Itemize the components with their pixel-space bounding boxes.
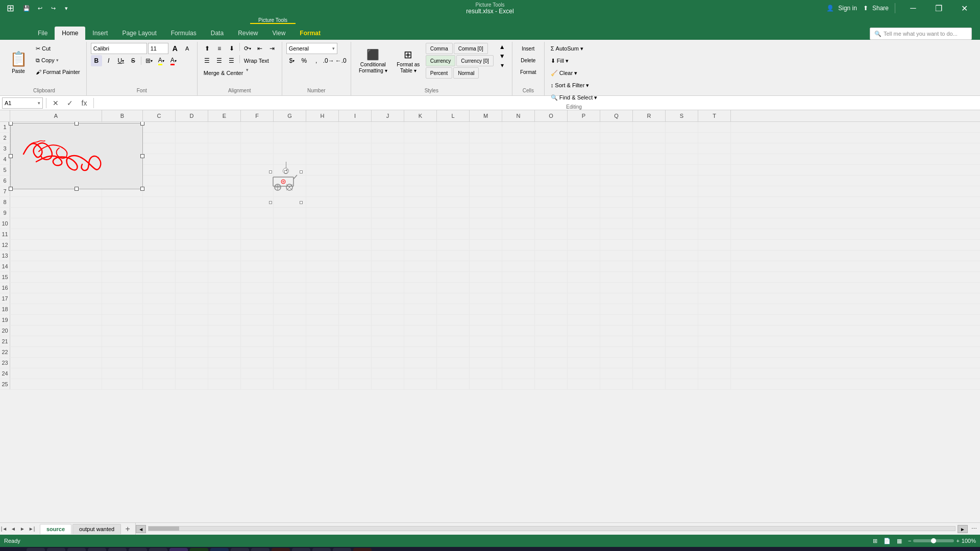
cell-C16[interactable] (143, 283, 176, 293)
cell-N13[interactable] (502, 251, 535, 261)
cell-N7[interactable] (502, 186, 535, 196)
cell-O22[interactable] (535, 347, 568, 357)
cell-S22[interactable] (666, 347, 698, 357)
taskbar-rocket[interactable]: 🚀 (312, 548, 331, 551)
cell-G1[interactable] (274, 122, 306, 132)
cell-E12[interactable] (208, 240, 241, 250)
cell-G21[interactable] (274, 336, 306, 346)
row-number-18[interactable]: 18 (0, 304, 10, 314)
scroll-right-button[interactable]: ► (958, 525, 968, 533)
cell-H7[interactable] (306, 186, 339, 196)
taskbar-search[interactable]: 🔍 (292, 548, 310, 551)
cell-Q20[interactable] (600, 325, 633, 336)
cell-C21[interactable] (143, 336, 176, 346)
cell-F5[interactable] (241, 165, 274, 175)
comma0-style-button[interactable]: Comma [0] (454, 43, 488, 54)
cell-L9[interactable] (437, 208, 470, 218)
save-button[interactable]: 💾 (20, 2, 33, 14)
indent-decrease-button[interactable]: ⇤ (254, 43, 265, 54)
align-middle-button[interactable]: ≡ (214, 43, 225, 54)
cell-F4[interactable] (241, 154, 274, 164)
cell-E25[interactable] (208, 379, 241, 389)
handle-mr[interactable] (140, 154, 144, 158)
cell-L12[interactable] (437, 240, 470, 250)
italic-button[interactable]: I (103, 55, 114, 66)
cell-I8[interactable] (339, 197, 372, 207)
cell-B24[interactable] (102, 368, 143, 379)
cell-T20[interactable] (698, 325, 731, 336)
cell-T4[interactable] (698, 154, 731, 164)
cell-L17[interactable] (437, 293, 470, 304)
col-header-q[interactable]: Q (600, 110, 633, 121)
cell-J18[interactable] (372, 304, 404, 314)
cell-E20[interactable] (208, 325, 241, 336)
handle-bl[interactable] (9, 187, 13, 191)
cell-A18[interactable] (10, 304, 102, 314)
cell-G10[interactable] (274, 218, 306, 229)
taskbar-maps[interactable]: 🗺 (149, 548, 167, 551)
row-number-10[interactable]: 10 (0, 218, 10, 229)
cell-T7[interactable] (698, 186, 731, 196)
fill-button[interactable]: ⬇ Fill ▾ (549, 55, 571, 66)
cell-P21[interactable] (568, 336, 600, 346)
drawing-object[interactable] (10, 123, 143, 189)
cell-H21[interactable] (306, 336, 339, 346)
cell-J17[interactable] (372, 293, 404, 304)
cell-P22[interactable] (568, 347, 600, 357)
font-name-input[interactable] (91, 43, 147, 54)
cell-O6[interactable] (535, 176, 568, 186)
cell-T14[interactable] (698, 261, 731, 271)
cell-H13[interactable] (306, 251, 339, 261)
cell-J20[interactable] (372, 325, 404, 336)
cell-G24[interactable] (274, 368, 306, 379)
cell-G15[interactable] (274, 272, 306, 282)
row-number-15[interactable]: 15 (0, 272, 10, 282)
cell-N14[interactable] (502, 261, 535, 271)
cell-H11[interactable] (306, 229, 339, 239)
start-button[interactable]: ⊞ (4, 547, 24, 551)
handle-ml[interactable] (9, 154, 13, 158)
cell-D23[interactable] (176, 358, 208, 368)
cell-H25[interactable] (306, 379, 339, 389)
cell-P7[interactable] (568, 186, 600, 196)
first-sheet-button[interactable]: |◄ (0, 525, 8, 533)
share-button[interactable]: ⬆ Share (863, 5, 889, 12)
cell-C18[interactable] (143, 304, 176, 314)
cell-R15[interactable] (633, 272, 666, 282)
align-top-button[interactable]: ⬆ (202, 43, 213, 54)
cell-I24[interactable] (339, 368, 372, 379)
font-size-input[interactable] (148, 43, 168, 54)
signin-button[interactable]: 👤 Sign in (826, 5, 857, 12)
increase-font-button[interactable]: A (169, 43, 181, 54)
cell-L21[interactable] (437, 336, 470, 346)
cell-A10[interactable] (10, 218, 102, 229)
cell-M13[interactable] (470, 251, 502, 261)
cell-T10[interactable] (698, 218, 731, 229)
cell-E19[interactable] (208, 315, 241, 325)
cell-J23[interactable] (372, 358, 404, 368)
scrollbar-thumb[interactable] (149, 527, 179, 531)
cell-F20[interactable] (241, 325, 274, 336)
restore-button[interactable]: ❐ (927, 0, 950, 16)
cell-A9[interactable] (10, 208, 102, 218)
handle-tm[interactable] (75, 122, 79, 126)
col-header-l[interactable]: L (437, 110, 470, 121)
cell-J2[interactable] (372, 133, 404, 143)
row-number-11[interactable]: 11 (0, 229, 10, 239)
sheet-tab-source[interactable]: source (40, 524, 71, 534)
cell-C24[interactable] (143, 368, 176, 379)
cell-B10[interactable] (102, 218, 143, 229)
small-object[interactable]: ↺ (271, 172, 301, 203)
cell-I12[interactable] (339, 240, 372, 250)
styles-scroll-down-button[interactable]: ▼ (497, 52, 508, 60)
cell-D16[interactable] (176, 283, 208, 293)
insert-function-button[interactable]: fx (78, 97, 90, 109)
cell-J14[interactable] (372, 261, 404, 271)
format-cells-button[interactable]: Format (517, 66, 540, 78)
col-header-o[interactable]: O (535, 110, 568, 121)
cell-N9[interactable] (502, 208, 535, 218)
cell-G18[interactable] (274, 304, 306, 314)
taskbar-github[interactable]: 🐙 (129, 548, 147, 551)
font-color-button[interactable]: A ▾ (168, 55, 179, 66)
row-number-17[interactable]: 17 (0, 293, 10, 304)
